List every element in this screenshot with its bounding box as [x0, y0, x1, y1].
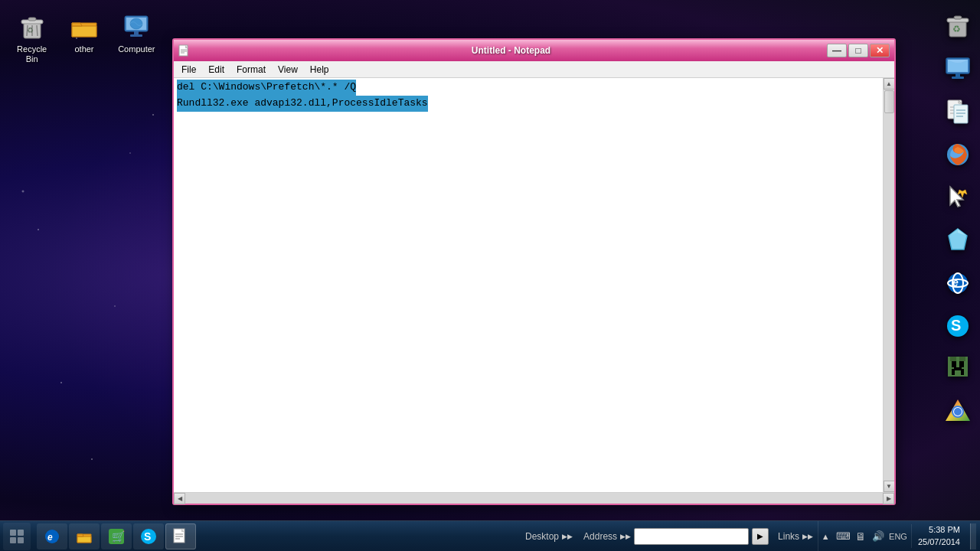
svg-rect-42	[959, 357, 965, 361]
svg-rect-24	[954, 105, 968, 123]
desktop-icon-other[interactable]: other	[60, 8, 108, 58]
taskbar-app-ie[interactable]: e	[37, 523, 67, 549]
svg-rect-45	[954, 367, 962, 370]
svg-point-50	[954, 408, 962, 416]
svg-rect-47	[961, 369, 964, 375]
right-icon-crystal[interactable]	[939, 222, 976, 259]
taskbar-clock[interactable]: 5:38 PM 25/07/2014	[911, 524, 966, 548]
clock-date: 25/07/2014	[918, 536, 960, 548]
desktop-icons-area: ♻ Recycle Bin other	[0, 0, 168, 551]
svg-rect-18	[956, 73, 960, 77]
right-icon-firefox[interactable]	[939, 136, 976, 173]
svg-text:♻: ♻	[27, 26, 34, 34]
maximize-button[interactable]: □	[848, 44, 868, 57]
address-input[interactable]	[634, 528, 749, 545]
right-icon-star[interactable]	[939, 179, 976, 216]
notepad-text-area[interactable]: del C:\Windows\Prefetch\*.* /Q Rundll32.…	[174, 78, 883, 492]
right-icon-chrome[interactable]	[939, 393, 976, 430]
menu-help[interactable]: Help	[304, 63, 335, 77]
recycle-bin-label: Recycle Bin	[11, 44, 52, 64]
notepad-menubar: File Edit Format View Help	[174, 61, 894, 78]
menu-view[interactable]: View	[272, 63, 304, 77]
scrollbar-thumb[interactable]	[884, 90, 894, 113]
taskbar-desktop-btn[interactable]: Desktop ▶▶	[519, 523, 579, 549]
svg-rect-41	[950, 357, 956, 361]
folder-icon	[69, 11, 100, 42]
titlebar-buttons: — □ ✕	[827, 44, 890, 57]
notepad-scrollbar-vertical[interactable]: ▲ ▼	[883, 78, 894, 492]
notepad-line2-selected: Rundll32.exe advapi32.dll,ProcessIdleTas…	[177, 96, 428, 112]
desktop-icon-recycle-bin[interactable]: ♻ Recycle Bin	[8, 8, 56, 68]
taskbar-links[interactable]: Links ▶▶	[773, 523, 818, 549]
links-label: Links	[778, 531, 799, 542]
scrollbar-up-arrow[interactable]: ▲	[884, 78, 895, 90]
computer-icon	[121, 11, 152, 42]
notepad-line-1: del C:\Windows\Prefetch\*.* /Q	[177, 80, 880, 96]
menu-file[interactable]: File	[175, 63, 202, 77]
grid-cell-3	[10, 537, 16, 543]
menu-edit[interactable]: Edit	[202, 63, 230, 77]
notepad-scrollbar-horizontal[interactable]: ◀ ▶	[174, 492, 894, 504]
taskbar: e 🛒 S	[0, 520, 980, 551]
recycle-bin-icon: ♻	[17, 11, 47, 42]
address-label: Address	[583, 531, 617, 542]
taskbar-address-bar: Address ▶▶ ▶	[579, 523, 773, 549]
network-icon[interactable]: 🖥	[854, 530, 867, 543]
svg-text:e: e	[952, 276, 959, 289]
grid-cell-1	[10, 530, 16, 536]
scrollbar-h-track[interactable]	[185, 493, 883, 504]
computer-label: Computer	[118, 44, 155, 54]
svg-text:S: S	[144, 530, 151, 543]
scrollbar-right-arrow[interactable]: ▶	[883, 493, 894, 504]
svg-text:e: e	[47, 532, 53, 543]
svg-rect-46	[952, 369, 955, 375]
svg-rect-11	[130, 34, 142, 37]
start-icon	[10, 530, 24, 543]
minimize-button[interactable]: —	[827, 44, 847, 57]
desktop-icon-computer[interactable]: Computer	[113, 8, 161, 58]
show-hidden-icons-button[interactable]: ▲	[818, 530, 832, 543]
keyboard-icon[interactable]: ⌨	[836, 530, 850, 543]
taskbar-app-skype[interactable]: S	[133, 523, 164, 549]
start-button[interactable]	[3, 523, 31, 550]
right-icon-ie[interactable]: e	[939, 265, 976, 302]
notepad-content[interactable]: del C:\Windows\Prefetch\*.* /Q Rundll32.…	[174, 78, 894, 492]
desktop: ♻ Recycle Bin other	[0, 0, 980, 551]
right-icon-minecraft[interactable]	[939, 350, 976, 387]
show-desktop-button[interactable]	[970, 523, 976, 549]
scrollbar-left-arrow[interactable]: ◀	[174, 493, 185, 504]
svg-rect-2	[28, 18, 36, 21]
notepad-title: Untitled - Notepad	[195, 45, 827, 56]
notepad-line1-selected: del C:\Windows\Prefetch\*.* /Q	[177, 80, 356, 96]
grid-cell-2	[18, 530, 24, 536]
volume-icon[interactable]: 🔊	[871, 530, 885, 543]
right-icon-recycle[interactable]: ♻	[939, 8, 976, 44]
taskbar-app-notepad[interactable]	[165, 523, 196, 549]
scrollbar-down-arrow[interactable]: ▼	[884, 481, 895, 492]
right-sidebar-icons: ♻	[939, 8, 976, 430]
taskbar-app-store[interactable]: 🛒	[101, 523, 132, 549]
svg-rect-44	[959, 361, 964, 367]
svg-rect-48	[955, 370, 961, 372]
expand-arrow-icon: ▶▶	[562, 533, 573, 540]
svg-rect-43	[952, 361, 956, 367]
taskbar-app-explorer[interactable]	[69, 523, 100, 549]
address-go-button[interactable]: ▶	[752, 528, 769, 545]
right-icon-files[interactable]	[939, 93, 976, 130]
svg-rect-19	[952, 77, 964, 79]
links-expand-icon: ▶▶	[802, 533, 813, 540]
scrollbar-track[interactable]	[884, 90, 894, 481]
desktop-label: Desktop	[525, 531, 559, 542]
close-button[interactable]: ✕	[870, 44, 890, 57]
grid-cell-4	[18, 537, 24, 543]
right-icon-skype[interactable]: S	[939, 308, 976, 344]
svg-rect-14	[954, 16, 962, 19]
language-indicator[interactable]: ENG	[889, 532, 907, 541]
notepad-line-2: Rundll32.exe advapi32.dll,ProcessIdleTas…	[177, 96, 880, 112]
svg-line-5	[37, 25, 38, 36]
svg-text:♻: ♻	[952, 24, 961, 34]
right-icon-monitor[interactable]	[939, 51, 976, 87]
svg-text:🛒: 🛒	[112, 530, 125, 543]
taskbar-apps: e 🛒 S	[37, 523, 519, 549]
menu-format[interactable]: Format	[230, 63, 272, 77]
